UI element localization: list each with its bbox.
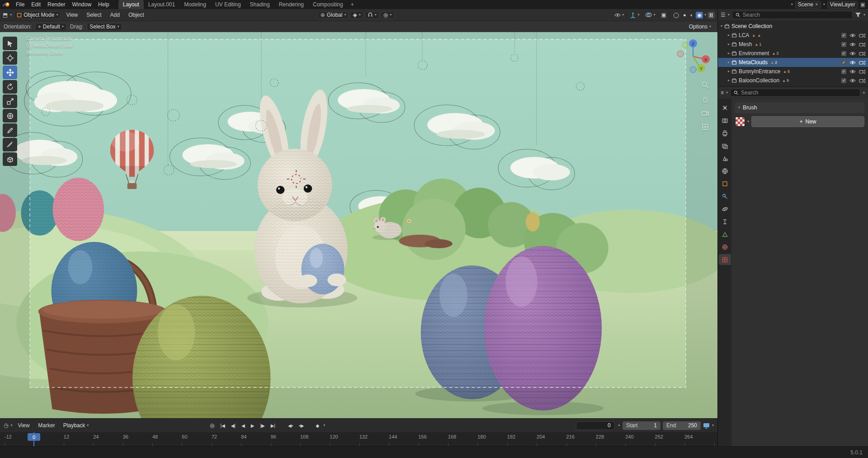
jump-end-button[interactable]: ▶| — [269, 423, 277, 429]
frame-end-field[interactable]: End 250 — [663, 421, 701, 430]
menu-select[interactable]: Select — [83, 11, 104, 19]
tool-cursor[interactable] — [3, 51, 17, 65]
caret-down-icon[interactable]: ▾ — [653, 13, 655, 17]
jump-start-button[interactable]: |◀ — [218, 423, 226, 429]
new-texture-button[interactable]: + New — [751, 116, 864, 127]
tab-tool[interactable] — [719, 102, 731, 113]
disclosure-icon[interactable]: ▸ — [728, 33, 730, 37]
tab-constraints[interactable] — [719, 216, 731, 227]
caret-down-icon[interactable]: ▾ — [323, 424, 325, 427]
collection-name[interactable]: Scene Collection — [731, 23, 772, 29]
render-visibility-icon[interactable] — [859, 42, 865, 47]
exclude-checkbox[interactable]: ✓ — [841, 42, 846, 47]
clock-icon[interactable]: ◔ — [617, 423, 620, 428]
pause-render-button[interactable] — [708, 12, 715, 19]
disclosure-icon[interactable]: ▾ — [721, 24, 722, 28]
viewlayer-selector[interactable]: ViewLayer — [827, 1, 858, 9]
menu-file[interactable]: File — [13, 1, 28, 8]
tool-measure[interactable] — [3, 138, 17, 151]
outliner-root-row[interactable]: ▾ Scene Collection — [718, 22, 868, 31]
options-dropdown[interactable]: Options ▾ — [686, 23, 714, 31]
timeline-menu-marker[interactable]: Marker — [35, 422, 58, 429]
properties-editor-icon[interactable]: ≡ — [721, 90, 724, 95]
caret-down-icon[interactable]: ▾ — [704, 13, 706, 17]
tab-texture[interactable] — [719, 254, 731, 265]
next-keyframe-button[interactable]: |▶ — [258, 423, 266, 429]
outliner-row-lca[interactable]: ▸ LCA ▲ ▲ ✓ — [718, 31, 868, 40]
tool-rotate[interactable] — [3, 80, 17, 94]
scene-selector[interactable]: Scene × — [795, 1, 821, 9]
tab-compositing[interactable]: Compositing — [308, 0, 348, 9]
hide-eye-icon[interactable] — [849, 51, 856, 56]
outliner-editor-icon[interactable]: ☰ — [721, 12, 726, 18]
shading-material-icon[interactable]: ◐ — [689, 12, 695, 18]
tab-layout[interactable]: Layout — [118, 0, 144, 9]
hide-eye-icon[interactable] — [849, 78, 856, 83]
menu-view[interactable]: View — [63, 11, 81, 19]
frame-start-field[interactable]: Start 1 — [623, 421, 660, 430]
pan-hand-icon[interactable] — [701, 95, 709, 103]
hide-eye-icon[interactable] — [849, 60, 856, 65]
tool-transform[interactable] — [3, 109, 17, 123]
visibility-eye-icon[interactable] — [614, 13, 621, 18]
timeline-menu-playback[interactable]: Playback ▾ — [61, 422, 92, 430]
caret-down-icon[interactable]: ▾ — [622, 13, 624, 17]
viewport-3d[interactable]: Camera Perspective (0) MetaClouds | Lair… — [0, 32, 717, 418]
collection-name[interactable]: BunnyInEntrance — [739, 68, 780, 75]
texture-browse-swatch[interactable] — [735, 117, 745, 127]
caret-down-icon[interactable]: ▾ — [10, 424, 12, 427]
collection-name[interactable]: Environment — [739, 50, 769, 57]
tool-add-primitive[interactable] — [3, 152, 17, 166]
collection-name[interactable]: MetaClouds — [739, 59, 768, 66]
disclosure-icon[interactable]: ▸ — [728, 52, 730, 55]
drag-mode-selector[interactable]: Select Box ▾ — [87, 23, 122, 31]
render-visibility-icon[interactable] — [859, 78, 865, 83]
hide-eye-icon[interactable] — [849, 42, 856, 47]
ortho-toggle-icon[interactable] — [701, 123, 709, 131]
orientation-default-selector[interactable]: ⌖ Default ▾ — [35, 23, 66, 31]
properties-search-input[interactable]: Search — [730, 89, 860, 97]
menu-render[interactable]: Render — [44, 1, 68, 8]
gizmo-toggle-icon[interactable] — [630, 12, 636, 18]
keying-set-icon[interactable]: ◆ — [314, 423, 321, 429]
caret-down-icon[interactable]: ▾ — [863, 13, 865, 17]
new-viewlayer-icon[interactable]: ▣ — [860, 2, 865, 7]
tab-view-layer[interactable] — [719, 140, 731, 151]
shading-solid-icon[interactable]: ● — [682, 12, 688, 18]
blender-logo-icon[interactable] — [3, 1, 10, 8]
render-visibility-icon[interactable] — [859, 69, 865, 74]
prev-keyframe-button[interactable]: ◀| — [229, 423, 237, 429]
snap-selector[interactable]: ▾ — [365, 11, 379, 19]
sync-screen-icon[interactable] — [703, 423, 710, 429]
menu-window[interactable]: Window — [69, 1, 94, 8]
timeline-editor-icon[interactable]: ◷ — [4, 423, 8, 428]
browse-scene-icon[interactable]: ▾ — [791, 3, 793, 6]
hide-eye-icon[interactable] — [849, 69, 856, 74]
exclude-checkbox[interactable]: ✓ — [841, 69, 846, 74]
tab-scene[interactable] — [719, 153, 731, 164]
timeline-ruler[interactable]: -12 0 12 24 36 48 60 72 84 96 108 120 13… — [0, 432, 717, 446]
tab-shading[interactable]: Shading — [245, 0, 274, 9]
xray-toggle-icon[interactable]: ▣ — [661, 12, 666, 18]
overlays-toggle-icon[interactable] — [645, 12, 652, 18]
menu-edit[interactable]: Edit — [28, 1, 44, 8]
menu-add[interactable]: Add — [107, 11, 123, 19]
menu-object[interactable]: Object — [125, 11, 147, 19]
play-reverse-button[interactable]: ◀ — [240, 423, 247, 429]
outliner-row-environment[interactable]: ▸ Environment ▲ 3 ✓ — [718, 49, 868, 58]
exclude-checkbox[interactable]: ✓ — [841, 51, 846, 56]
disclosure-icon[interactable]: ▸ — [728, 61, 730, 64]
playhead[interactable]: 0 — [28, 433, 40, 441]
tab-object[interactable] — [719, 178, 731, 189]
caret-down-icon[interactable]: ▾ — [637, 13, 639, 17]
caret-down-icon[interactable]: ▾ — [726, 91, 728, 94]
shading-rendered-icon[interactable]: ◉ — [696, 12, 703, 19]
pin-icon[interactable]: ⌖ — [863, 90, 865, 96]
caret-down-icon[interactable]: ▾ — [712, 424, 714, 427]
shading-wireframe-icon[interactable]: ◯ — [672, 12, 680, 19]
disclosure-icon[interactable]: ▸ — [728, 70, 730, 73]
exclude-checkbox[interactable]: ✓ — [841, 78, 846, 83]
next-frame-button[interactable]: ▪▶ — [297, 423, 306, 429]
proportional-edit-selector[interactable]: ◎ ▾ — [381, 11, 395, 19]
hide-eye-icon[interactable] — [849, 33, 856, 38]
